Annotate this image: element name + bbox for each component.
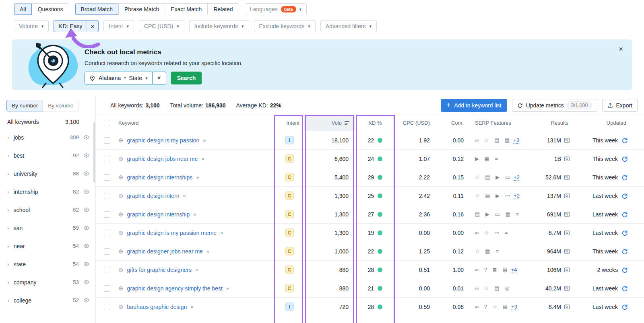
refresh-metrics-icon[interactable]	[621, 211, 628, 218]
keyword-group-item[interactable]: › san 59	[0, 219, 95, 237]
row-checkbox[interactable]	[104, 137, 110, 144]
header-com[interactable]: Com.	[436, 120, 468, 126]
serp-preview-icon[interactable]	[564, 193, 570, 199]
add-to-keyword-list-button[interactable]: + Add to keyword list	[441, 99, 507, 112]
intent-badge[interactable]: C	[285, 173, 294, 181]
update-metrics-button[interactable]: Update metrics 3/1,000	[512, 99, 597, 112]
eye-icon[interactable]	[83, 171, 90, 177]
intent-badge[interactable]: C	[285, 247, 294, 255]
eye-icon[interactable]	[83, 279, 90, 285]
row-checkbox[interactable]	[104, 304, 110, 310]
open-keyword-icon[interactable]: »	[183, 193, 186, 199]
keyword-group-item[interactable]: › jobs 309	[0, 128, 95, 146]
add-keyword-plus-icon[interactable]: ⊕	[118, 211, 124, 218]
languages-dropdown[interactable]: Languages beta ▾	[245, 3, 307, 15]
eye-icon[interactable]	[83, 152, 90, 158]
serp-preview-icon[interactable]	[564, 175, 570, 180]
export-button[interactable]: Export	[602, 99, 638, 112]
row-checkbox[interactable]	[104, 230, 110, 236]
row-checkbox[interactable]	[104, 248, 110, 255]
refresh-metrics-icon[interactable]	[621, 248, 628, 255]
open-keyword-icon[interactable]: »	[203, 137, 206, 143]
refresh-metrics-icon[interactable]	[621, 230, 628, 236]
row-checkbox[interactable]	[104, 211, 110, 218]
header-intent[interactable]: Intent	[275, 120, 304, 126]
sidebar-scrollbar[interactable]	[93, 122, 95, 183]
match-type-tab[interactable]: Related	[208, 4, 238, 15]
eye-icon[interactable]	[83, 225, 90, 231]
exclude-keywords-dropdown[interactable]: Exclude keywords ▾	[254, 20, 316, 32]
keyword-link[interactable]: graphic design internship	[127, 211, 190, 218]
keyword-group-item[interactable]: › internship 82	[0, 183, 95, 201]
keyword-group-item[interactable]: › best 92	[0, 146, 95, 165]
eye-icon[interactable]	[83, 261, 90, 267]
intent-filter-dropdown[interactable]: Intent ▾	[103, 20, 134, 32]
add-keyword-plus-icon[interactable]: ⊕	[118, 266, 124, 274]
refresh-metrics-icon[interactable]	[621, 137, 628, 144]
all-keywords-row[interactable]: All keywords 3,100	[0, 113, 95, 128]
serp-more-link[interactable]: +2	[514, 193, 520, 199]
open-keyword-icon[interactable]: »	[220, 230, 223, 236]
intent-badge[interactable]: C	[285, 210, 294, 218]
banner-close-icon[interactable]: ×	[619, 45, 623, 53]
select-all-checkbox[interactable]	[104, 120, 110, 126]
keyword-group-item[interactable]: › college 52	[0, 291, 95, 309]
refresh-metrics-icon[interactable]	[621, 193, 628, 199]
keyword-link[interactable]: graphic design is my passion meme	[127, 230, 217, 236]
keyword-group-item[interactable]: › university 88	[0, 165, 95, 183]
location-clear-button[interactable]: ×	[153, 72, 166, 84]
eye-icon[interactable]	[83, 207, 90, 213]
serp-preview-icon[interactable]	[564, 304, 570, 310]
keyword-link[interactable]: graphic design internships	[127, 174, 193, 181]
serp-preview-icon[interactable]	[564, 230, 570, 236]
keyword-link[interactable]: graphic designer jobs near me	[127, 248, 203, 255]
cpc-filter-dropdown[interactable]: CPC (USD) ▾	[139, 20, 184, 32]
refresh-metrics-icon[interactable]	[621, 285, 628, 292]
row-checkbox[interactable]	[104, 285, 110, 292]
serp-more-link[interactable]: +3	[513, 137, 519, 143]
open-keyword-icon[interactable]: »	[193, 211, 196, 217]
match-type-tab[interactable]: Questions	[32, 4, 69, 15]
keyword-group-item[interactable]: › company 53	[0, 273, 95, 291]
eye-icon[interactable]	[83, 189, 90, 195]
intent-badge[interactable]: I	[285, 302, 294, 311]
keyword-link[interactable]: graphic design agency simply the best	[127, 285, 223, 292]
serp-preview-icon[interactable]	[564, 138, 570, 143]
keyword-group-item[interactable]: › near 54	[0, 237, 95, 255]
eye-icon[interactable]	[83, 297, 90, 303]
sort-by-volume-button[interactable]: By volume	[43, 100, 78, 111]
keyword-link[interactable]: bauhaus graphic design	[127, 304, 187, 310]
serp-preview-icon[interactable]	[564, 212, 570, 217]
kd-filter-remove-button[interactable]: ×	[87, 21, 99, 32]
keyword-link[interactable]: gifts for graphic designers	[127, 267, 192, 273]
add-keyword-plus-icon[interactable]: ⊕	[118, 303, 124, 311]
refresh-metrics-icon[interactable]	[621, 304, 628, 310]
eye-icon[interactable]	[83, 134, 90, 140]
sort-by-number-button[interactable]: By number	[6, 100, 43, 111]
intent-badge[interactable]: C	[285, 154, 294, 163]
open-keyword-icon[interactable]: »	[226, 285, 229, 291]
open-keyword-icon[interactable]: »	[196, 174, 199, 180]
intent-badge[interactable]: C	[285, 284, 294, 292]
open-keyword-icon[interactable]: »	[201, 156, 204, 162]
header-cpc[interactable]: CPC (USD)	[395, 120, 436, 126]
header-results[interactable]: Results	[532, 120, 576, 126]
header-updated[interactable]: Updated	[576, 120, 644, 126]
serp-preview-icon[interactable]	[564, 286, 570, 291]
header-keyword[interactable]: Keyword	[118, 120, 275, 126]
open-keyword-icon[interactable]: »	[190, 304, 193, 310]
add-keyword-plus-icon[interactable]: ⊕	[118, 155, 124, 163]
serp-more-link[interactable]: +4	[511, 267, 517, 273]
row-checkbox[interactable]	[104, 267, 110, 273]
match-type-tab[interactable]: Broad Match	[75, 4, 119, 15]
local-search-button[interactable]: Search	[171, 72, 202, 84]
eye-icon[interactable]	[83, 243, 90, 249]
serp-more-link[interactable]: +2	[514, 174, 520, 180]
header-volume[interactable]: Volu	[304, 115, 355, 131]
row-checkbox[interactable]	[104, 156, 110, 162]
keyword-link[interactable]: graphic design intern	[127, 193, 180, 199]
kd-filter-active[interactable]: KD: Easy ×	[54, 20, 99, 32]
refresh-metrics-icon[interactable]	[621, 156, 628, 162]
add-keyword-plus-icon[interactable]: ⊕	[118, 248, 124, 255]
serp-preview-icon[interactable]	[564, 267, 570, 273]
